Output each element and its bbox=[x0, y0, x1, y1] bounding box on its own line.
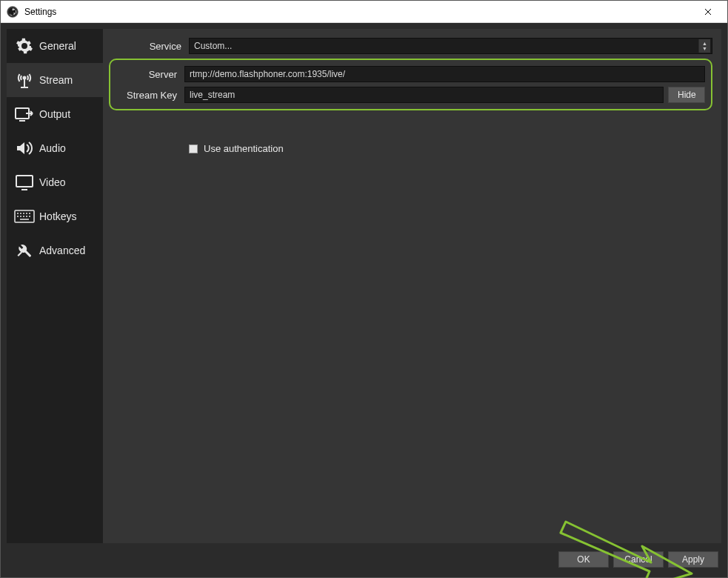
auth-label: Use authentication bbox=[204, 143, 284, 154]
antenna-icon bbox=[14, 71, 35, 89]
sidebar-item-label: General bbox=[39, 40, 76, 52]
server-row: Server bbox=[110, 66, 705, 82]
streamkey-input[interactable] bbox=[184, 87, 664, 103]
footer: OK Cancel Apply bbox=[7, 548, 721, 571]
output-icon bbox=[14, 105, 35, 123]
settings-window: Settings General bbox=[0, 0, 728, 578]
select-spinner-icon: ▲▼ bbox=[698, 39, 710, 53]
service-value: Custom... bbox=[194, 41, 232, 51]
sidebar-item-general[interactable]: General bbox=[7, 29, 103, 63]
hide-button[interactable]: Hide bbox=[668, 87, 705, 103]
server-label: Server bbox=[110, 69, 184, 80]
speaker-icon bbox=[14, 139, 35, 157]
auth-checkbox[interactable] bbox=[189, 144, 198, 153]
sidebar-item-output[interactable]: Output bbox=[7, 97, 103, 131]
apply-button[interactable]: Apply bbox=[668, 551, 718, 568]
cancel-button[interactable]: Cancel bbox=[613, 551, 664, 568]
service-row: Service Custom... ▲▼ bbox=[115, 38, 712, 54]
highlight-annotation: Server Stream Key Hide bbox=[109, 59, 712, 110]
sidebar-item-label: Hotkeys bbox=[39, 210, 77, 222]
svg-rect-7 bbox=[16, 176, 33, 187]
tools-icon bbox=[14, 242, 35, 259]
auth-row: Use authentication bbox=[189, 143, 712, 154]
gear-icon bbox=[14, 37, 35, 55]
sidebar-item-label: Advanced bbox=[39, 245, 85, 256]
titlebar: Settings bbox=[1, 1, 727, 23]
service-label: Service bbox=[115, 41, 189, 52]
sidebar-item-stream[interactable]: Stream bbox=[7, 63, 103, 97]
window-title: Settings bbox=[24, 7, 56, 17]
sidebar-item-label: Output bbox=[39, 108, 70, 120]
sidebar-item-label: Video bbox=[39, 176, 66, 188]
sidebar-item-label: Audio bbox=[39, 142, 66, 154]
sidebar-item-label: Stream bbox=[39, 74, 73, 86]
sidebar-item-video[interactable]: Video bbox=[7, 165, 103, 199]
sidebar-item-hotkeys[interactable]: Hotkeys bbox=[7, 199, 103, 233]
ok-button[interactable]: OK bbox=[558, 551, 609, 568]
sidebar: General Stream bbox=[7, 29, 103, 543]
content-area: General Stream bbox=[7, 29, 721, 543]
streamkey-row: Stream Key Hide bbox=[110, 87, 705, 103]
service-select[interactable]: Custom... ▲▼ bbox=[189, 38, 712, 54]
sidebar-item-audio[interactable]: Audio bbox=[7, 131, 103, 165]
sidebar-item-advanced[interactable]: Advanced bbox=[7, 233, 103, 268]
server-input[interactable] bbox=[184, 66, 705, 82]
streamkey-label: Stream Key bbox=[110, 90, 184, 101]
monitor-icon bbox=[14, 173, 35, 191]
obs-logo-icon bbox=[7, 6, 19, 18]
window-body: General Stream bbox=[1, 23, 727, 577]
keyboard-icon bbox=[14, 207, 35, 225]
close-button[interactable] bbox=[692, 1, 724, 22]
main-panel: Service Custom... ▲▼ Server bbox=[103, 29, 721, 543]
